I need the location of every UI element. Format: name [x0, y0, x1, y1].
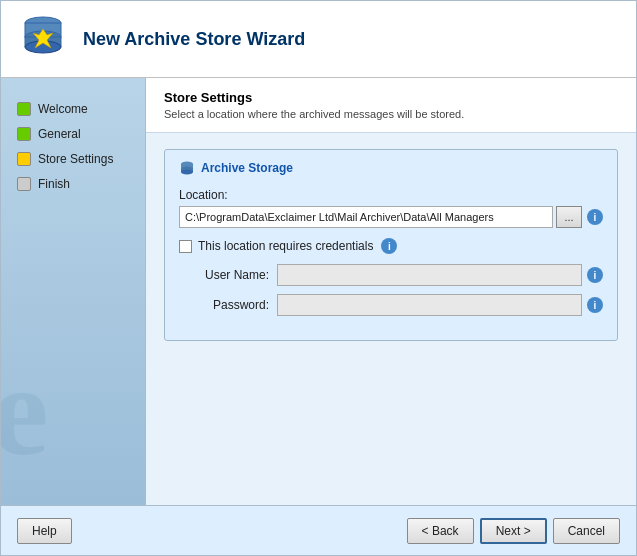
- credentials-label[interactable]: This location requires credentials: [198, 239, 373, 253]
- username-input[interactable]: [277, 264, 582, 286]
- content-subtitle: Select a location where the archived mes…: [164, 108, 618, 120]
- wizard-title: New Archive Store Wizard: [83, 29, 305, 50]
- group-title: Archive Storage: [179, 160, 603, 176]
- svg-point-10: [181, 170, 193, 175]
- sidebar-item-finish[interactable]: Finish: [11, 173, 135, 195]
- step-indicator-finish: [17, 177, 31, 191]
- username-label: User Name:: [189, 268, 269, 282]
- wizard-body: e Welcome General Store Settings Finish …: [1, 78, 636, 505]
- location-field-row: Location: ... i: [179, 188, 603, 228]
- password-label: Password:: [189, 298, 269, 312]
- sidebar-item-store-settings[interactable]: Store Settings: [11, 148, 135, 170]
- credentials-row: This location requires credentials i: [179, 238, 603, 254]
- browse-button[interactable]: ...: [556, 206, 582, 228]
- credentials-info-icon[interactable]: i: [381, 238, 397, 254]
- next-button[interactable]: Next >: [480, 518, 547, 544]
- database-icon: [17, 13, 69, 65]
- wizard-header: New Archive Store Wizard: [1, 1, 636, 78]
- wizard-sidebar: e Welcome General Store Settings Finish: [1, 78, 146, 505]
- content-header: Store Settings Select a location where t…: [146, 78, 636, 133]
- wizard-footer: Help < Back Next > Cancel: [1, 505, 636, 555]
- username-field-row: User Name: i: [179, 264, 603, 286]
- sidebar-watermark: e: [1, 345, 141, 495]
- sidebar-label-finish: Finish: [38, 177, 70, 191]
- footer-right: < Back Next > Cancel: [407, 518, 620, 544]
- location-input[interactable]: [179, 206, 553, 228]
- group-title-icon: [179, 160, 195, 176]
- archive-storage-group: Archive Storage Location: ... i: [164, 149, 618, 341]
- uname-info-icon-text: i: [594, 270, 597, 281]
- location-label: Location:: [179, 188, 603, 202]
- sidebar-label-welcome: Welcome: [38, 102, 88, 116]
- sidebar-item-welcome[interactable]: Welcome: [11, 98, 135, 120]
- wizard-content: Store Settings Select a location where t…: [146, 78, 636, 505]
- help-button[interactable]: Help: [17, 518, 72, 544]
- cred-info-icon-text: i: [388, 241, 391, 252]
- sidebar-label-store-settings: Store Settings: [38, 152, 113, 166]
- wizard-container: New Archive Store Wizard e Welcome Gener…: [0, 0, 637, 556]
- credentials-checkbox[interactable]: [179, 240, 192, 253]
- step-indicator-welcome: [17, 102, 31, 116]
- content-body: Archive Storage Location: ... i: [146, 133, 636, 505]
- pwd-info-icon-text: i: [594, 300, 597, 311]
- sidebar-label-general: General: [38, 127, 81, 141]
- username-info-icon[interactable]: i: [587, 267, 603, 283]
- location-row: ... i: [179, 206, 603, 228]
- footer-left: Help: [17, 518, 72, 544]
- password-info-icon[interactable]: i: [587, 297, 603, 313]
- password-input[interactable]: [277, 294, 582, 316]
- info-icon-text: i: [594, 212, 597, 223]
- location-info-icon[interactable]: i: [587, 209, 603, 225]
- back-button[interactable]: < Back: [407, 518, 474, 544]
- password-field-row: Password: i: [179, 294, 603, 316]
- step-indicator-general: [17, 127, 31, 141]
- group-title-label: Archive Storage: [201, 161, 293, 175]
- content-title: Store Settings: [164, 90, 618, 105]
- sidebar-item-general[interactable]: General: [11, 123, 135, 145]
- cancel-button[interactable]: Cancel: [553, 518, 620, 544]
- step-indicator-store-settings: [17, 152, 31, 166]
